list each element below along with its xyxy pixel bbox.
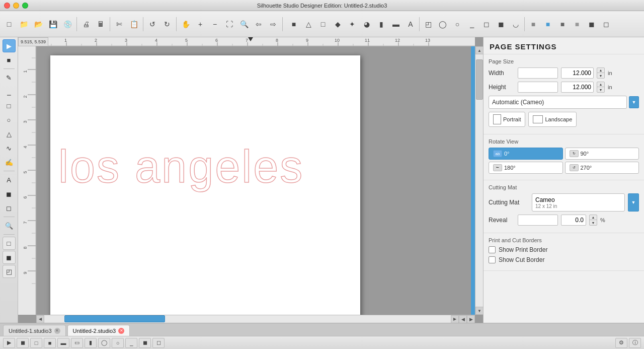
undo-button[interactable]: ↺: [145, 17, 159, 31]
height-spinner[interactable]: ▲ ▼: [597, 82, 605, 93]
eraser-tool[interactable]: ◻: [3, 201, 16, 215]
eraser-button[interactable]: ◻: [479, 17, 494, 31]
portrait-button[interactable]: Portrait: [489, 112, 525, 127]
width-up-button[interactable]: ▲: [597, 68, 604, 73]
scroll-track-horizontal[interactable]: [44, 315, 451, 323]
scroll-left-button[interactable]: ◀: [36, 315, 44, 323]
tab-1-close-button[interactable]: ✕: [54, 328, 60, 334]
width-spinner[interactable]: ▲ ▼: [597, 67, 605, 79]
text-tool-side[interactable]: A: [3, 173, 16, 186]
color2-button[interactable]: ■: [541, 17, 555, 31]
snap-button[interactable]: ◡: [509, 17, 523, 31]
show-cut-border-checkbox[interactable]: [489, 256, 496, 263]
minimize-button[interactable]: [13, 3, 19, 9]
height-down-button[interactable]: ▼: [597, 87, 604, 92]
tab-2-close-button[interactable]: ✕: [118, 328, 124, 334]
zoom-tool[interactable]: 🔍: [3, 219, 16, 232]
bottom-group-btn[interactable]: □: [30, 338, 42, 348]
color4-button[interactable]: ■: [570, 17, 584, 31]
scroll-thumb-vertical[interactable]: [476, 59, 483, 100]
redo-button[interactable]: ↻: [160, 17, 174, 31]
spiral-tool-button[interactable]: ◕: [360, 17, 374, 31]
save-as-button[interactable]: 💿: [60, 17, 74, 31]
show-print-border-checkbox[interactable]: [489, 246, 496, 253]
reveal-value[interactable]: [561, 215, 586, 226]
ellipse-tool[interactable]: ○: [3, 113, 16, 126]
canvas-area[interactable]: 9.515, 5.539 1 2 3 4 5 6 7: [18, 37, 483, 323]
info-button[interactable]: ⓘ: [629, 338, 641, 348]
reveal-up-button[interactable]: ▲: [590, 215, 597, 220]
paint-button[interactable]: ◼: [494, 17, 508, 31]
bottom-ungroup-btn[interactable]: ■: [44, 338, 56, 348]
select-tool[interactable]: ▶: [3, 39, 16, 52]
bottom-select-btn[interactable]: ▶: [3, 338, 15, 348]
settings-button[interactable]: ⚙: [615, 338, 627, 348]
zoom-out-button[interactable]: −: [208, 17, 222, 31]
preset-display[interactable]: Automatic (Cameo): [489, 96, 627, 109]
rotate-0-button[interactable]: ab 0°: [489, 148, 563, 160]
copy-button[interactable]: 📋: [127, 17, 141, 31]
bottom-distribute-btn[interactable]: ▭: [71, 338, 83, 348]
close-button[interactable]: [4, 3, 10, 9]
rectangle-tool[interactable]: □: [3, 99, 16, 112]
draw-line-tool[interactable]: ⎯: [3, 85, 16, 98]
bottom-offset-btn[interactable]: ○: [112, 338, 124, 348]
height-input[interactable]: [518, 82, 558, 93]
pie-chart-button[interactable]: ▬: [389, 17, 403, 31]
scroll-up-button[interactable]: ▲: [475, 46, 483, 54]
next-page-button[interactable]: ▶: [467, 315, 475, 323]
height-value[interactable]: [561, 82, 594, 93]
recolor-button[interactable]: ◯: [436, 17, 450, 31]
rotate-90-button[interactable]: ↻ 90°: [565, 148, 639, 160]
width-value[interactable]: [561, 67, 594, 79]
bar-chart-button[interactable]: ▮: [374, 17, 388, 31]
print-preview-button[interactable]: 🖩: [94, 17, 108, 31]
library-button[interactable]: ◻: [599, 17, 613, 31]
rotate-180-button[interactable]: ↼ 180°: [489, 162, 563, 174]
star-tool-button[interactable]: ✦: [345, 17, 359, 31]
print-button[interactable]: 🖨: [79, 17, 93, 31]
reveal-down-button[interactable]: ▼: [590, 220, 597, 225]
tab-untitled-1[interactable]: Untitled-1.studio3 ✕: [3, 325, 66, 336]
scroll-right-button[interactable]: ▶: [451, 315, 459, 323]
nodes-button[interactable]: ○: [450, 17, 464, 31]
width-down-button[interactable]: ▼: [597, 73, 604, 78]
cut-settings-tool[interactable]: □: [3, 237, 16, 250]
layers-tool[interactable]: ◼: [3, 251, 16, 264]
landscape-button[interactable]: Landscape: [528, 112, 577, 127]
reveal-spinner[interactable]: ▲ ▼: [589, 215, 597, 226]
library-tool[interactable]: ◰: [3, 265, 16, 278]
next-view-button[interactable]: ⇨: [266, 17, 280, 31]
freehand-tool[interactable]: ∿: [3, 142, 16, 155]
scroll-down-button[interactable]: ▼: [475, 307, 483, 315]
bottom-stroke-btn[interactable]: ◻: [152, 338, 165, 348]
prev-view-button[interactable]: ⇦: [252, 17, 266, 31]
bottom-align-btn[interactable]: ▬: [57, 338, 69, 348]
shape-tool-button[interactable]: □: [316, 17, 330, 31]
width-input[interactable]: [518, 67, 558, 79]
browse-button[interactable]: 📂: [31, 17, 45, 31]
bottom-arrange-btn[interactable]: ▮: [85, 338, 97, 348]
scroll-thumb-horizontal[interactable]: [64, 315, 165, 322]
color3-button[interactable]: ■: [555, 17, 570, 31]
reveal-input[interactable]: [518, 215, 558, 226]
layers-panel-button[interactable]: ◼: [585, 17, 599, 31]
paint-bucket-tool[interactable]: ◼: [3, 187, 16, 200]
zoom-sel-button[interactable]: 🔍: [237, 17, 251, 31]
pencil-tool[interactable]: ✍: [3, 156, 16, 169]
scrollbar-horizontal[interactable]: ◀ ▶ ◀ ▶: [36, 315, 475, 323]
scroll-track-vertical[interactable]: [475, 54, 483, 307]
tab-untitled-2[interactable]: Untitled-2.studio3 ✕: [67, 325, 130, 336]
bottom-knife-btn[interactable]: ⎯: [125, 338, 137, 348]
cutting-mat-display[interactable]: Cameo 12 x 12 in: [532, 193, 625, 212]
zoom-fit-button[interactable]: ⛶: [222, 17, 236, 31]
bottom-layers-btn[interactable]: ◼: [17, 338, 29, 348]
height-up-button[interactable]: ▲: [597, 82, 604, 87]
canvas-viewport[interactable]: los angeles: [36, 46, 475, 315]
open-button[interactable]: 📁: [17, 17, 31, 31]
rotate-270-button[interactable]: ↺ 270°: [565, 162, 639, 174]
text-tool-button[interactable]: A: [404, 17, 418, 31]
prev-page-button[interactable]: ◀: [459, 315, 467, 323]
draw-pen-tool[interactable]: ✎: [3, 71, 16, 84]
knife-button[interactable]: ⎯: [465, 17, 479, 31]
